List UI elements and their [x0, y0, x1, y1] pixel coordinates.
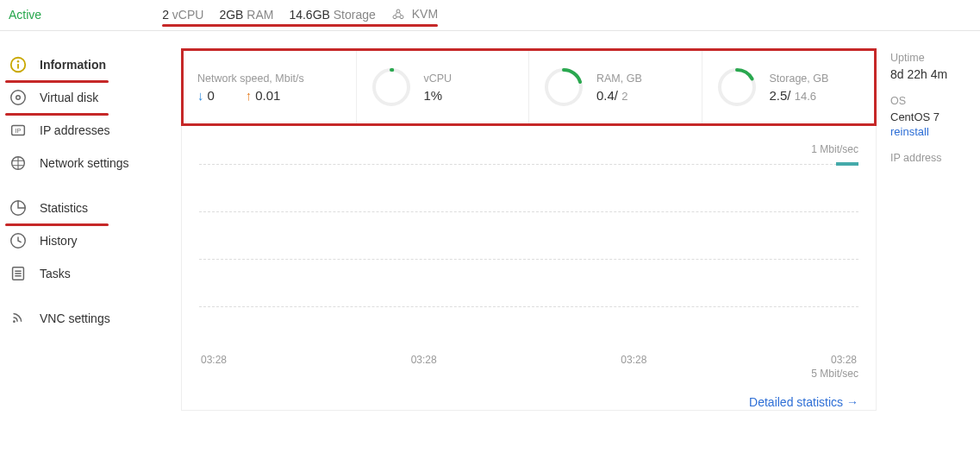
sidebar-item-statistics[interactable]: Statistics	[9, 192, 164, 224]
x-tick: 03:28	[621, 354, 646, 366]
chart-x-labels: 03:2803:2803:2803:28	[199, 354, 858, 366]
vnc-settings-icon	[9, 309, 28, 328]
gauge-storage	[716, 66, 758, 108]
card-label: Storage, GB	[770, 72, 829, 85]
os-value: CentOS 7	[890, 110, 971, 123]
history-icon	[9, 231, 28, 250]
svg-point-1	[393, 16, 396, 19]
chart-bot-scale: 5 Mbit/sec	[199, 368, 858, 380]
annotation-underline	[162, 24, 438, 27]
svg-point-4	[17, 60, 20, 63]
sidebar-item-history[interactable]: History	[9, 224, 164, 257]
metric-cards: Network speed, Mbit/s ↓ 0 ↑ 0.01 vCPU 1%…	[181, 48, 877, 126]
svg-point-6	[11, 91, 26, 105]
x-tick: 03:28	[831, 354, 857, 366]
card-network: Network speed, Mbit/s ↓ 0 ↑ 0.01	[184, 51, 357, 123]
sidebar-item-label: Virtual disk	[40, 91, 98, 104]
spec-virt: KVM	[391, 7, 438, 22]
sidebar-item-network-settings[interactable]: Network settings	[9, 147, 164, 179]
x-tick: 03:28	[201, 354, 227, 366]
gauge-ram	[543, 66, 584, 108]
card-label: RAM, GB	[596, 72, 642, 85]
card-value: 1%	[424, 88, 453, 103]
spec-vcpu: 2 vCPU	[162, 8, 203, 22]
virtual-disk-icon	[9, 88, 28, 107]
detailed-statistics-link[interactable]: Detailed statistics→	[199, 395, 858, 409]
spec-strip: 2 vCPU 2GB RAM 14.6GB Storage KVM	[162, 7, 438, 22]
card-label: vCPU	[424, 72, 453, 85]
svg-point-2	[400, 16, 403, 19]
information-icon	[9, 55, 28, 74]
sidebar-item-label: IP addresses	[40, 123, 109, 137]
net-up: ↑ 0.01	[246, 88, 281, 103]
status-badge: Active	[9, 8, 41, 22]
card-storage: Storage, GB 2.5/ 14.6	[702, 51, 875, 123]
card-value: 0.4/ 2	[596, 88, 642, 103]
uptime-value: 8d 22h 4m	[890, 67, 971, 81]
svg-point-7	[16, 96, 21, 100]
card-label: Network speed, Mbit/s	[197, 72, 304, 85]
ip-label: IP address	[890, 152, 971, 164]
chart-area: 1 Mbit/sec 03:2803:2803:2803:28 5 Mbit/s…	[181, 126, 877, 411]
sidebar-item-ip-addresses[interactable]: IPIP addresses	[9, 114, 164, 147]
sidebar-item-label: History	[40, 234, 78, 248]
chart-grid	[199, 164, 858, 354]
uptime-label: Uptime	[890, 52, 971, 64]
svg-point-15	[374, 70, 409, 104]
sidebar-item-label: Tasks	[40, 267, 71, 280]
card-value: 2.5/ 14.6	[770, 88, 829, 103]
statistics-icon	[9, 198, 28, 217]
sidebar-item-label: VNC settings	[40, 311, 110, 325]
chart-top-scale: 1 Mbit/sec	[199, 143, 858, 155]
svg-point-14	[13, 321, 16, 324]
network-settings-icon	[9, 154, 28, 173]
right-column: Uptime 8d 22h 4m OS CentOS 7 reinstall I…	[885, 31, 980, 419]
net-down: ↓ 0	[197, 88, 215, 103]
sidebar-item-vnc-settings[interactable]: VNC settings	[9, 302, 164, 335]
sidebar-item-label: Network settings	[40, 156, 128, 170]
svg-rect-5	[17, 64, 19, 69]
reinstall-link[interactable]: reinstall	[890, 125, 971, 138]
sidebar-item-label: Statistics	[40, 201, 88, 215]
arrow-down-icon: ↓	[197, 88, 204, 103]
svg-text:IP: IP	[16, 128, 22, 135]
virt-icon	[391, 8, 405, 22]
tasks-icon	[9, 264, 28, 283]
sidebar: InformationVirtual diskIPIP addressesNet…	[0, 31, 172, 419]
card-ram: RAM, GB 0.4/ 2	[529, 51, 702, 123]
sidebar-item-label: Information	[40, 58, 106, 72]
ip-addresses-icon: IP	[9, 121, 28, 140]
topbar: Active 2 vCPU 2GB RAM 14.6GB Storage KVM	[0, 0, 980, 31]
content: Network speed, Mbit/s ↓ 0 ↑ 0.01 vCPU 1%…	[172, 31, 885, 419]
arrow-right-icon: →	[846, 395, 858, 409]
card-vcpu: vCPU 1%	[357, 51, 530, 123]
spec-storage: 14.6GB Storage	[289, 8, 375, 22]
os-label: OS	[890, 95, 971, 107]
sidebar-item-virtual-disk[interactable]: Virtual disk	[9, 81, 164, 114]
gauge-vcpu	[371, 66, 412, 108]
arrow-up-icon: ↑	[246, 88, 253, 103]
x-tick: 03:28	[411, 354, 437, 366]
sidebar-item-tasks[interactable]: Tasks	[9, 257, 164, 290]
sidebar-item-information[interactable]: Information	[9, 48, 164, 81]
spec-ram: 2GB RAM	[219, 8, 273, 22]
